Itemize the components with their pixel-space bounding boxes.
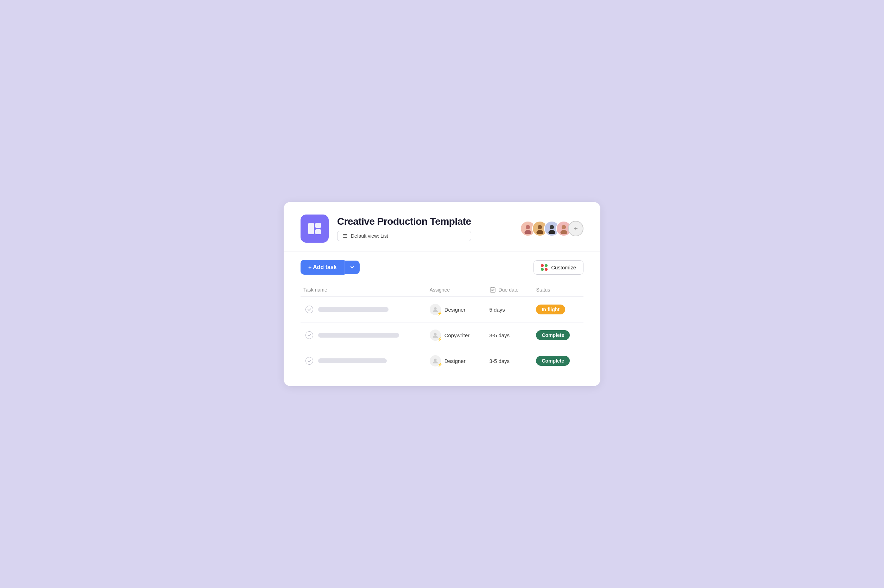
task-name-cell bbox=[301, 322, 425, 348]
avatar-img bbox=[535, 224, 545, 234]
due-date-cell: 3-5 days bbox=[484, 348, 531, 374]
view-label: Default view: List bbox=[351, 233, 388, 239]
assignee-avatar: ⚡ bbox=[430, 304, 441, 315]
customize-button[interactable]: Customize bbox=[534, 260, 583, 274]
assignee-cell: ⚡ Designer bbox=[425, 297, 484, 322]
svg-rect-3 bbox=[343, 234, 347, 235]
add-member-button[interactable]: + bbox=[568, 221, 583, 236]
assignee-avatar: ⚡ bbox=[430, 330, 441, 341]
svg-rect-0 bbox=[308, 223, 314, 234]
task-check-icon[interactable] bbox=[305, 306, 313, 314]
svg-rect-14 bbox=[490, 288, 495, 292]
table-row: ⚡ Designer 5 days In flight bbox=[301, 297, 583, 322]
status-cell: Complete bbox=[531, 322, 583, 348]
table-row: ⚡ Designer 3-5 days Complete bbox=[301, 348, 583, 374]
header-left: Creative Production Template Default vie… bbox=[301, 214, 471, 243]
bolt-icon: ⚡ bbox=[437, 363, 442, 367]
assignee-name: Designer bbox=[445, 307, 466, 313]
customize-label: Customize bbox=[551, 264, 576, 270]
app-icon bbox=[301, 214, 329, 243]
task-check-icon[interactable] bbox=[305, 331, 313, 339]
avatar-group: + bbox=[520, 221, 583, 236]
svg-rect-5 bbox=[343, 237, 347, 238]
status-cell: Complete bbox=[531, 348, 583, 374]
task-name-cell bbox=[301, 297, 425, 322]
assignee-name: Copywriter bbox=[445, 332, 470, 338]
toolbar: + Add task Customize bbox=[284, 252, 600, 283]
status-cell: In flight bbox=[531, 297, 583, 322]
status-badge: Complete bbox=[536, 330, 570, 340]
task-name-placeholder bbox=[318, 358, 387, 363]
due-date-cell: 3-5 days bbox=[484, 322, 531, 348]
col-task-name: Task name bbox=[301, 283, 425, 297]
due-date-header: Due date bbox=[499, 287, 519, 292]
svg-rect-1 bbox=[315, 223, 321, 228]
due-date-cell: 5 days bbox=[484, 297, 531, 322]
table-header-row: Task name Assignee Due date Status bbox=[301, 283, 583, 297]
task-name-cell bbox=[301, 348, 425, 374]
task-name-placeholder bbox=[318, 307, 388, 312]
assignee-cell: ⚡ Designer bbox=[425, 348, 484, 374]
svg-point-9 bbox=[536, 230, 543, 234]
view-badge-button[interactable]: Default view: List bbox=[337, 231, 471, 241]
chevron-down-icon bbox=[350, 265, 355, 270]
task-name-placeholder bbox=[318, 333, 399, 338]
svg-point-8 bbox=[538, 225, 542, 229]
due-date-icon bbox=[490, 286, 496, 293]
task-check-icon[interactable] bbox=[305, 357, 313, 364]
svg-point-10 bbox=[550, 225, 554, 229]
status-badge: In flight bbox=[536, 304, 565, 314]
col-assignee: Assignee bbox=[425, 283, 484, 297]
page-title: Creative Production Template bbox=[337, 216, 471, 227]
list-view-icon bbox=[343, 233, 348, 239]
svg-rect-2 bbox=[315, 229, 321, 234]
add-task-button[interactable]: + Add task bbox=[301, 260, 344, 274]
avatar-img bbox=[558, 224, 569, 234]
task-table: Task name Assignee Due date Status bbox=[301, 283, 583, 374]
svg-rect-4 bbox=[343, 236, 347, 236]
svg-point-13 bbox=[560, 230, 567, 234]
main-card: Creative Production Template Default vie… bbox=[284, 202, 600, 386]
status-badge: Complete bbox=[536, 356, 570, 366]
assignee-cell: ⚡ Copywriter bbox=[425, 322, 484, 348]
svg-point-16 bbox=[434, 333, 436, 336]
add-task-label: + Add task bbox=[308, 264, 337, 270]
avatar-img bbox=[547, 224, 557, 234]
header: Creative Production Template Default vie… bbox=[284, 202, 600, 251]
svg-point-7 bbox=[524, 230, 531, 234]
col-due-date: Due date bbox=[484, 283, 531, 297]
bolt-icon: ⚡ bbox=[437, 311, 442, 316]
assignee-name: Designer bbox=[445, 358, 466, 364]
svg-point-15 bbox=[434, 308, 436, 310]
assignee-avatar: ⚡ bbox=[430, 355, 441, 366]
svg-point-11 bbox=[548, 230, 555, 234]
svg-point-17 bbox=[434, 359, 436, 361]
svg-point-6 bbox=[526, 225, 530, 229]
table-row: ⚡ Copywriter 3-5 days Complete bbox=[301, 322, 583, 348]
table-section: Task name Assignee Due date Status bbox=[284, 283, 600, 386]
avatar-img bbox=[523, 224, 533, 234]
add-task-group: + Add task bbox=[301, 260, 360, 274]
svg-point-12 bbox=[562, 225, 566, 229]
bolt-icon: ⚡ bbox=[437, 337, 442, 342]
add-task-dropdown-button[interactable] bbox=[344, 261, 360, 274]
customize-icon bbox=[541, 264, 547, 271]
col-status: Status bbox=[531, 283, 583, 297]
header-title-group: Creative Production Template Default vie… bbox=[337, 216, 471, 241]
